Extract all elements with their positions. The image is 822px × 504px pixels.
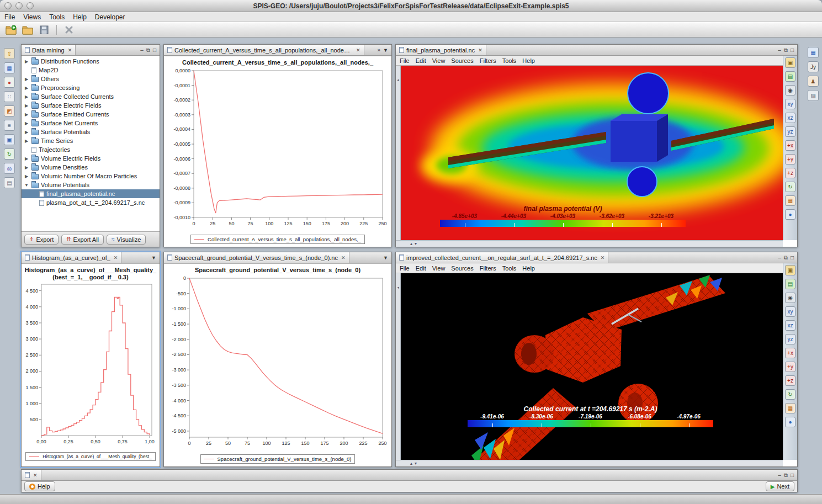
menu-file[interactable]: File [400, 265, 410, 272]
close-tab-icon[interactable]: ✕ [33, 473, 38, 478]
open-project-icon[interactable] [21, 24, 34, 36]
scroll-up-icon[interactable]: ▴ [410, 461, 412, 466]
collapse-strip[interactable]: ◂ [396, 66, 401, 240]
float-panel-icon[interactable]: ⧉ [784, 47, 788, 54]
export-all-button[interactable]: ⇈ Export All [61, 235, 104, 245]
menu-developer[interactable]: Developer [95, 13, 125, 21]
menu-filters[interactable]: Filters [480, 57, 496, 64]
axis-yz-icon[interactable]: yz [785, 126, 796, 137]
expand-arrow-icon[interactable]: ▶ [24, 174, 29, 179]
menu-views[interactable]: Views [23, 13, 41, 21]
axis-x-icon[interactable]: +x [785, 140, 796, 151]
menu-view[interactable]: View [432, 265, 446, 272]
close-tab-icon[interactable]: ✕ [341, 255, 346, 261]
display-icon[interactable]: ▦ [4, 62, 15, 73]
axis-z-icon[interactable]: +z [785, 168, 796, 178]
scroll-down-icon[interactable]: ▾ [415, 241, 417, 246]
wizard-icon[interactable]: ♟ [808, 76, 819, 87]
expand-arrow-icon[interactable]: ▼ [24, 183, 29, 188]
ground-potential-tab[interactable]: Spacecraft_ground_potential_V_versus_tim… [164, 252, 349, 263]
sphere-icon[interactable]: ● [4, 77, 15, 88]
axis-yz-icon[interactable]: yz [785, 334, 796, 344]
data-mining-tab[interactable]: Data mining ✕ [22, 45, 76, 55]
tree-item[interactable]: ▶Surface Electric Fields [22, 101, 160, 110]
measure-icon[interactable]: ≡ [4, 120, 15, 131]
import-icon[interactable]: ⇧ [4, 48, 15, 59]
window-titlebar[interactable]: SPIS-GEO: /Users/juju/Boulot/Projects3/F… [0, 0, 822, 12]
helper-tab[interactable]: ✕ [22, 470, 41, 480]
expand-arrow-icon[interactable]: ▶ [24, 156, 29, 161]
expand-arrow-icon[interactable]: ▶ [24, 103, 29, 108]
open-file-icon[interactable]: ▣ [785, 57, 796, 68]
close-tab-icon[interactable]: ✕ [356, 47, 360, 53]
console-icon[interactable]: ▤ [4, 177, 15, 188]
histogram-chart[interactable]: 5001 0001 5002 0002 5003 0003 5004 0004 … [23, 281, 158, 447]
tree-item[interactable]: Trajectories [22, 145, 160, 154]
float-panel-icon[interactable]: ⧉ [784, 254, 788, 261]
collected-current-3d-tab[interactable]: improved_collected_current__on_regular_s… [396, 252, 608, 263]
save-view-icon[interactable]: ▤ [785, 71, 796, 82]
collected-current-tab[interactable]: Collected_current_A_versus_time_s_all_po… [164, 45, 364, 55]
view-menu-dropdown-icon[interactable]: ▼ [383, 47, 388, 53]
expand-arrow-icon[interactable]: ▶ [24, 130, 29, 135]
maximize-panel-icon[interactable]: □ [153, 47, 156, 53]
menu-file[interactable]: File [4, 13, 15, 21]
minimize-panel-icon[interactable]: – [778, 472, 781, 478]
histogram-tab[interactable]: Histogram_(as_a_curve)_of_ ✕ [22, 252, 121, 263]
expand-arrow-icon[interactable]: ▶ [24, 121, 29, 126]
tree-item[interactable]: ▶Surface Potentials [22, 128, 160, 136]
delete-icon[interactable] [62, 24, 76, 36]
inspect-icon[interactable]: ◎ [4, 163, 15, 174]
axis-xz-icon[interactable]: xz [785, 113, 796, 123]
menu-edit[interactable]: Edit [416, 57, 426, 64]
minimize-window-button[interactable] [15, 2, 23, 9]
axis-y-icon[interactable]: +y [785, 362, 796, 372]
float-panel-icon[interactable]: ⧉ [146, 47, 150, 54]
rotate-view-icon[interactable]: ↻ [785, 389, 796, 400]
tree-item[interactable]: Map2D [22, 66, 160, 75]
next-button[interactable]: ▶ Next [766, 481, 794, 491]
display-icon[interactable]: ▦ [808, 47, 819, 58]
menu-sources[interactable]: Sources [451, 57, 473, 64]
close-tab-icon[interactable]: ✕ [68, 47, 72, 53]
expand-arrow-icon[interactable]: ▶ [24, 86, 29, 91]
tree-item[interactable]: ▶Surface Collected Currents [22, 92, 160, 101]
particles-icon[interactable]: ∷ [4, 91, 15, 102]
menu-help[interactable]: Help [522, 57, 535, 64]
expand-arrow-icon[interactable]: ▶ [24, 59, 29, 64]
rotate-view-icon[interactable]: ↻ [785, 182, 796, 192]
expand-arrow-icon[interactable]: ▶ [24, 112, 29, 117]
tree-item[interactable]: ▶Others [22, 75, 160, 83]
zoom-window-button[interactable] [26, 2, 34, 9]
view-menu-dropdown-icon[interactable]: ▼ [383, 255, 388, 261]
new-project-icon[interactable] [4, 24, 18, 36]
tree-item[interactable]: ▶Volume Densities [22, 163, 160, 172]
tree-item[interactable]: ▶Volume Electric Fields [22, 154, 160, 163]
menu-file[interactable]: File [400, 57, 410, 64]
refresh-icon[interactable]: ↻ [4, 148, 15, 160]
globe-icon[interactable]: ● [785, 417, 796, 427]
menu-help[interactable]: Help [522, 265, 535, 272]
menu-filters[interactable]: Filters [480, 265, 496, 272]
export-button[interactable]: ⇑ Export [24, 235, 59, 245]
tree-item[interactable]: ▶Time Series [22, 136, 160, 145]
axis-xy-icon[interactable]: xy [785, 99, 796, 109]
visualize-button[interactable]: ≈ Visualize [107, 235, 146, 245]
gallery-icon[interactable]: ▨ [808, 90, 819, 101]
close-tab-icon[interactable]: ✕ [114, 255, 118, 261]
save-icon[interactable] [38, 24, 51, 36]
checker-icon[interactable]: ▦ [785, 403, 796, 413]
menu-sources[interactable]: Sources [451, 265, 473, 272]
plasma-potential-tab[interactable]: final_plasma_potential.nc ✕ [396, 45, 486, 55]
tree-item[interactable]: ▶Surface Net Currents [22, 119, 160, 128]
maximize-panel-icon[interactable]: □ [791, 254, 794, 261]
maximize-panel-icon[interactable]: □ [791, 47, 794, 53]
tree-item[interactable]: plasma_pot_at_t_=_204.69217_s.nc [22, 198, 160, 207]
close-window-button[interactable] [4, 2, 12, 9]
frame-icon[interactable]: ▣ [4, 134, 15, 145]
current-viewport[interactable]: Collected current at t =204.69217 s (m-2… [401, 273, 783, 460]
tree-item[interactable]: ▶Preprocessing [22, 83, 160, 92]
axis-xy-icon[interactable]: xy [785, 306, 796, 317]
menu-view[interactable]: View [432, 57, 446, 64]
tree-item[interactable]: ▶Distribution Functions [22, 57, 160, 66]
